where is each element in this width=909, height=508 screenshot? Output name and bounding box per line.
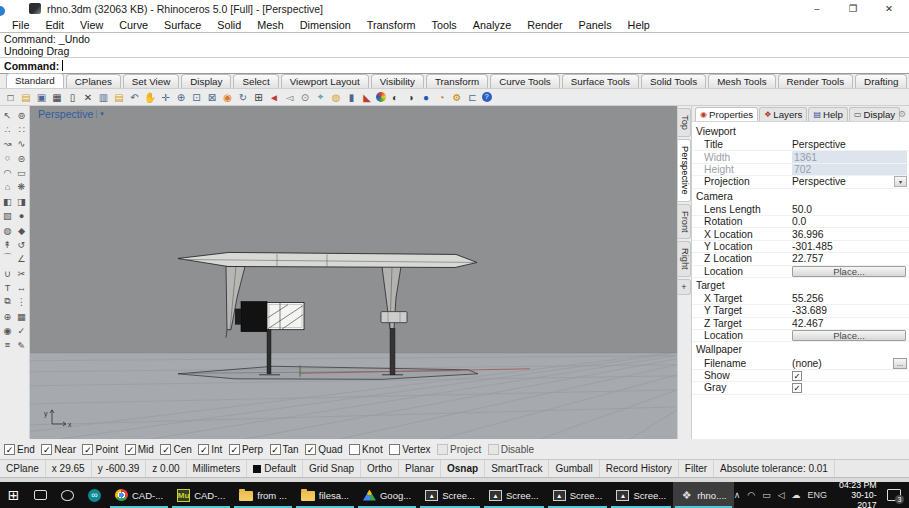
viewport-canvas[interactable]: y x (30, 106, 677, 439)
screenshot-button-3[interactable]: ▲ Scree... (546, 482, 610, 508)
osnap-checkbox[interactable]: ✓ (4, 444, 15, 455)
osnap-checkbox[interactable]: ✓ (305, 444, 316, 455)
viewport-menu-caret[interactable]: ▾ (96, 110, 104, 118)
notification-center-icon[interactable]: 3 (887, 489, 901, 501)
loft-icon[interactable]: ◨ (15, 195, 28, 207)
copy-icon[interactable]: ▥ (97, 91, 110, 104)
layer-state-icon[interactable]: ◣ (361, 91, 374, 104)
delete-icon[interactable]: ✕ (82, 91, 95, 104)
menu-item[interactable]: Analyze (465, 19, 519, 31)
osnap-checkbox[interactable]: ✓ (41, 444, 52, 455)
osnap-toggle[interactable]: ✓ Point (82, 444, 118, 455)
paste-icon[interactable]: ▤ (113, 91, 126, 104)
osnap-toggle[interactable]: ✓ Quad (305, 444, 342, 455)
circle-icon[interactable]: ○ (1, 152, 14, 164)
status-cell[interactable]: Planar (399, 460, 441, 477)
tab-display[interactable]: ▭ Display (849, 107, 900, 121)
ribbon-tab[interactable]: Curve Tools (490, 74, 560, 88)
help-icon[interactable]: ? (482, 92, 492, 102)
extrude-icon[interactable]: ↟ (1, 238, 14, 250)
screenshot-button-2[interactable]: ▲ Scree... (482, 482, 546, 508)
freeform-curve-icon[interactable]: ∿ (15, 138, 28, 150)
panel-gear-icon[interactable]: ⚙ (898, 109, 906, 119)
ribbon-tab[interactable]: Select (233, 74, 278, 88)
chamfer-icon[interactable]: ∠ (15, 253, 28, 265)
rotate-view-icon[interactable]: ↻ (237, 91, 250, 104)
menu-item[interactable]: Panels (571, 19, 620, 31)
revolve-icon[interactable]: ↺ (15, 238, 28, 250)
visibility-icon[interactable]: ◉ (1, 325, 14, 337)
folder-from-button[interactable]: from ... (232, 482, 294, 508)
status-cell[interactable]: Default (247, 460, 303, 477)
lock-icon[interactable]: ▮ (345, 91, 358, 104)
menu-item[interactable]: View (72, 19, 111, 31)
status-cell[interactable]: Gumball (549, 460, 599, 477)
osnap-toggle[interactable]: ✓ Int (198, 444, 222, 455)
menu-item[interactable]: Tools (424, 19, 465, 31)
ribbon-tab[interactable]: Transform (426, 74, 488, 88)
tab-help[interactable]: ▤ Help (808, 107, 848, 121)
ribbon-tab[interactable]: Drafting (855, 74, 907, 88)
minimize-button[interactable]: – (799, 0, 835, 17)
viewport-tab[interactable]: Perspective (678, 139, 691, 202)
ribbon-tab[interactable]: Solid Tools (641, 74, 706, 88)
rotate-camera-icon[interactable]: ⊙ (299, 91, 312, 104)
menu-item[interactable]: Edit (37, 19, 72, 31)
perspective-viewport[interactable]: Perspective ▾ (30, 106, 677, 439)
osnap-toggle[interactable]: ✓ Tan (270, 444, 299, 455)
menu-item[interactable]: Dimension (292, 19, 359, 31)
right-leg-bracket[interactable] (381, 312, 407, 323)
restore-button[interactable]: ❐ (835, 0, 871, 17)
status-cell[interactable]: Osnap (441, 460, 485, 477)
polygon-icon[interactable]: ⌂ (1, 181, 14, 193)
status-cell[interactable]: z 0.00 (146, 460, 186, 477)
viewport-tab[interactable]: + (678, 279, 691, 295)
ellipse-icon[interactable]: ⊜ (15, 152, 28, 164)
status-cell[interactable]: Millimeters (187, 460, 248, 477)
battery-icon[interactable]: ▭ (762, 490, 771, 500)
pointcloud-icon[interactable]: ∷ (15, 123, 28, 135)
zoom-in-icon[interactable]: ⊕ (175, 91, 188, 104)
status-cell[interactable]: Ortho (361, 460, 399, 477)
gear-options-icon[interactable]: ⚙ (451, 91, 464, 104)
menu-item[interactable]: Solid (209, 19, 249, 31)
array-icon[interactable]: ⋮ (15, 296, 28, 308)
clamp-device-body[interactable] (241, 302, 267, 332)
status-cell[interactable]: x 29.65 (46, 460, 92, 477)
shaded-view-icon[interactable]: ◐ (389, 91, 402, 104)
tab-layers[interactable]: ❖ Layers (759, 107, 807, 121)
osnap-checkbox[interactable]: ✓ (125, 444, 136, 455)
pan-hand-icon[interactable]: ✋ (144, 91, 157, 104)
select-arrow-icon[interactable]: ↖ (1, 109, 14, 121)
osnap-checkbox[interactable] (488, 444, 499, 455)
print-icon[interactable]: ▦ (51, 91, 64, 104)
osnap-checkbox[interactable]: ✓ (229, 444, 240, 455)
osnap-toggle[interactable]: ✓ Cen (160, 444, 191, 455)
osnap-checkbox[interactable] (389, 444, 400, 455)
onedrive-icon[interactable]: ☁ (792, 490, 801, 500)
close-button[interactable]: ✕ (871, 0, 907, 17)
viewport-tab[interactable]: Front (678, 204, 691, 240)
viewport-tab[interactable]: Top (678, 108, 691, 137)
ghosted-view-icon[interactable]: ◑ (404, 91, 417, 104)
viewport-tab[interactable]: Right (678, 241, 691, 277)
open-file-icon[interactable]: ▤ (20, 91, 33, 104)
zoom-extents-icon[interactable]: ⌖ (314, 91, 327, 104)
osnap-checkbox[interactable] (437, 444, 448, 455)
menu-item[interactable]: Help (620, 19, 658, 31)
new-file-icon[interactable]: □ (4, 91, 17, 104)
browse-button[interactable]: ... (893, 358, 907, 369)
osnap-toggle[interactable]: ✓ Perp (229, 444, 263, 455)
osnap-toggle[interactable]: Vertex (389, 444, 430, 455)
gumball-icon[interactable]: ⊕ (1, 310, 14, 322)
status-cell[interactable]: Filter (679, 460, 714, 477)
volume-icon[interactable]: ◁ (778, 490, 785, 500)
device-post[interactable] (267, 330, 271, 374)
zoom-window-icon[interactable]: ⊡ (190, 91, 203, 104)
point-icon[interactable]: ∴ (1, 123, 14, 135)
muse-cad-button[interactable]: Mu CAD-... (170, 482, 232, 508)
menu-item[interactable]: Curve (111, 19, 156, 31)
ribbon-tab[interactable]: Display (181, 74, 231, 88)
status-cell[interactable]: Grid Snap (303, 460, 361, 477)
color-wheel-icon[interactable] (376, 92, 386, 102)
